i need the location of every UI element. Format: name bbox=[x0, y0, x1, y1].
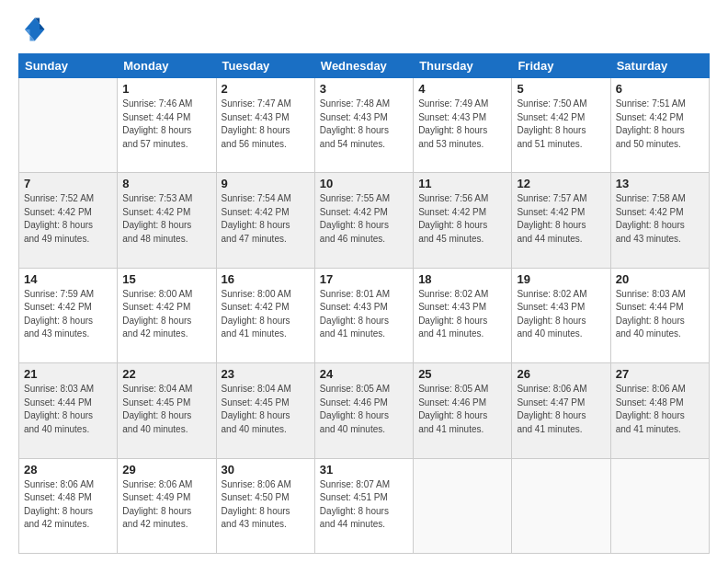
calendar-row: 7Sunrise: 7:52 AMSunset: 4:42 PMDaylight… bbox=[19, 173, 710, 268]
day-info: Sunrise: 7:55 AMSunset: 4:42 PMDaylight:… bbox=[320, 192, 408, 246]
calendar-cell: 25Sunrise: 8:05 AMSunset: 4:46 PMDayligh… bbox=[414, 363, 512, 458]
day-number: 17 bbox=[320, 272, 408, 286]
day-info: Sunrise: 7:47 AMSunset: 4:43 PMDaylight:… bbox=[222, 98, 310, 151]
calendar-cell: 31Sunrise: 8:07 AMSunset: 4:51 PMDayligh… bbox=[314, 458, 413, 553]
calendar-cell: 23Sunrise: 8:04 AMSunset: 4:45 PMDayligh… bbox=[216, 363, 314, 458]
day-info: Sunrise: 7:58 AMSunset: 4:42 PMDaylight:… bbox=[616, 192, 704, 246]
calendar-cell: 21Sunrise: 8:03 AMSunset: 4:44 PMDayligh… bbox=[19, 363, 118, 458]
calendar-header: SundayMondayTuesdayWednesdayThursdayFrid… bbox=[19, 54, 710, 78]
day-number: 31 bbox=[320, 463, 408, 477]
calendar-row: 14Sunrise: 7:59 AMSunset: 4:42 PMDayligh… bbox=[19, 268, 710, 362]
calendar-header-monday: Monday bbox=[118, 54, 216, 78]
day-info: Sunrise: 8:03 AMSunset: 4:44 PMDaylight:… bbox=[616, 288, 704, 341]
day-number: 28 bbox=[24, 463, 112, 477]
calendar-cell: 7Sunrise: 7:52 AMSunset: 4:42 PMDaylight… bbox=[19, 173, 118, 268]
day-info: Sunrise: 8:06 AMSunset: 4:50 PMDaylight:… bbox=[222, 478, 310, 532]
day-info: Sunrise: 8:06 AMSunset: 4:48 PMDaylight:… bbox=[24, 478, 112, 532]
calendar-cell: 16Sunrise: 8:00 AMSunset: 4:42 PMDayligh… bbox=[216, 268, 314, 362]
calendar-row: 28Sunrise: 8:06 AMSunset: 4:48 PMDayligh… bbox=[19, 458, 710, 553]
day-number: 10 bbox=[320, 177, 408, 190]
day-info: Sunrise: 8:00 AMSunset: 4:42 PMDaylight:… bbox=[222, 288, 310, 341]
day-number: 1 bbox=[122, 82, 210, 96]
calendar-cell: 9Sunrise: 7:54 AMSunset: 4:42 PMDaylight… bbox=[216, 173, 314, 268]
calendar-cell: 11Sunrise: 7:56 AMSunset: 4:42 PMDayligh… bbox=[414, 173, 512, 268]
day-number: 25 bbox=[418, 367, 506, 381]
day-info: Sunrise: 8:03 AMSunset: 4:44 PMDaylight:… bbox=[24, 383, 112, 436]
calendar-cell: 6Sunrise: 7:51 AMSunset: 4:42 PMDaylight… bbox=[610, 78, 709, 173]
calendar-cell: 8Sunrise: 7:53 AMSunset: 4:42 PMDaylight… bbox=[118, 173, 216, 268]
day-info: Sunrise: 8:02 AMSunset: 4:43 PMDaylight:… bbox=[517, 288, 605, 341]
calendar-cell: 13Sunrise: 7:58 AMSunset: 4:42 PMDayligh… bbox=[610, 173, 709, 268]
day-number: 21 bbox=[24, 367, 112, 381]
day-number: 16 bbox=[222, 272, 310, 286]
calendar-cell: 18Sunrise: 8:02 AMSunset: 4:43 PMDayligh… bbox=[414, 268, 512, 362]
calendar-table: SundayMondayTuesdayWednesdayThursdayFrid… bbox=[18, 53, 710, 554]
day-number: 15 bbox=[122, 272, 210, 286]
day-info: Sunrise: 7:54 AMSunset: 4:42 PMDaylight:… bbox=[222, 192, 310, 246]
logo-icon bbox=[18, 15, 48, 44]
calendar-header-wednesday: Wednesday bbox=[314, 54, 413, 78]
day-info: Sunrise: 7:52 AMSunset: 4:42 PMDaylight:… bbox=[24, 192, 112, 246]
calendar-cell: 10Sunrise: 7:55 AMSunset: 4:42 PMDayligh… bbox=[314, 173, 413, 268]
day-number: 9 bbox=[222, 177, 310, 190]
page: SundayMondayTuesdayWednesdayThursdayFrid… bbox=[0, 0, 728, 563]
day-info: Sunrise: 8:06 AMSunset: 4:49 PMDaylight:… bbox=[122, 478, 210, 532]
day-number: 22 bbox=[122, 367, 210, 381]
calendar-cell: 29Sunrise: 8:06 AMSunset: 4:49 PMDayligh… bbox=[118, 458, 216, 553]
header-row: SundayMondayTuesdayWednesdayThursdayFrid… bbox=[19, 54, 710, 78]
day-info: Sunrise: 8:01 AMSunset: 4:43 PMDaylight:… bbox=[320, 288, 408, 341]
day-info: Sunrise: 8:06 AMSunset: 4:48 PMDaylight:… bbox=[616, 383, 704, 436]
day-info: Sunrise: 8:04 AMSunset: 4:45 PMDaylight:… bbox=[122, 383, 210, 436]
calendar-cell: 19Sunrise: 8:02 AMSunset: 4:43 PMDayligh… bbox=[512, 268, 610, 362]
day-number: 11 bbox=[418, 177, 506, 190]
day-number: 23 bbox=[222, 367, 310, 381]
calendar-body: 1Sunrise: 7:46 AMSunset: 4:44 PMDaylight… bbox=[19, 78, 710, 554]
day-info: Sunrise: 7:59 AMSunset: 4:42 PMDaylight:… bbox=[24, 288, 112, 341]
calendar-cell: 26Sunrise: 8:06 AMSunset: 4:47 PMDayligh… bbox=[512, 363, 610, 458]
calendar-header-friday: Friday bbox=[512, 54, 610, 78]
day-info: Sunrise: 8:02 AMSunset: 4:43 PMDaylight:… bbox=[418, 288, 506, 341]
day-info: Sunrise: 7:57 AMSunset: 4:42 PMDaylight:… bbox=[517, 192, 605, 246]
day-info: Sunrise: 7:48 AMSunset: 4:43 PMDaylight:… bbox=[320, 98, 408, 151]
calendar-cell: 12Sunrise: 7:57 AMSunset: 4:42 PMDayligh… bbox=[512, 173, 610, 268]
day-info: Sunrise: 7:51 AMSunset: 4:42 PMDaylight:… bbox=[616, 98, 704, 151]
calendar-cell bbox=[512, 458, 610, 553]
calendar-cell: 28Sunrise: 8:06 AMSunset: 4:48 PMDayligh… bbox=[19, 458, 118, 553]
calendar-cell: 24Sunrise: 8:05 AMSunset: 4:46 PMDayligh… bbox=[314, 363, 413, 458]
calendar-cell: 14Sunrise: 7:59 AMSunset: 4:42 PMDayligh… bbox=[19, 268, 118, 362]
day-info: Sunrise: 8:00 AMSunset: 4:42 PMDaylight:… bbox=[122, 288, 210, 341]
calendar-row: 1Sunrise: 7:46 AMSunset: 4:44 PMDaylight… bbox=[19, 78, 710, 173]
calendar-header-sunday: Sunday bbox=[19, 54, 118, 78]
calendar-header-tuesday: Tuesday bbox=[216, 54, 314, 78]
calendar-cell: 15Sunrise: 8:00 AMSunset: 4:42 PMDayligh… bbox=[118, 268, 216, 362]
day-number: 2 bbox=[222, 82, 310, 96]
day-number: 19 bbox=[517, 272, 605, 286]
day-number: 5 bbox=[517, 82, 605, 96]
day-info: Sunrise: 8:06 AMSunset: 4:47 PMDaylight:… bbox=[517, 383, 605, 436]
day-info: Sunrise: 7:56 AMSunset: 4:42 PMDaylight:… bbox=[418, 192, 506, 246]
day-info: Sunrise: 8:05 AMSunset: 4:46 PMDaylight:… bbox=[418, 383, 506, 436]
calendar-cell: 4Sunrise: 7:49 AMSunset: 4:43 PMDaylight… bbox=[414, 78, 512, 173]
day-info: Sunrise: 7:53 AMSunset: 4:42 PMDaylight:… bbox=[122, 192, 210, 246]
calendar-cell: 30Sunrise: 8:06 AMSunset: 4:50 PMDayligh… bbox=[216, 458, 314, 553]
day-info: Sunrise: 7:49 AMSunset: 4:43 PMDaylight:… bbox=[418, 98, 506, 151]
day-number: 12 bbox=[517, 177, 605, 190]
calendar-header-saturday: Saturday bbox=[610, 54, 709, 78]
day-info: Sunrise: 7:50 AMSunset: 4:42 PMDaylight:… bbox=[517, 98, 605, 151]
calendar-cell: 22Sunrise: 8:04 AMSunset: 4:45 PMDayligh… bbox=[118, 363, 216, 458]
day-number: 8 bbox=[122, 177, 210, 190]
logo bbox=[18, 15, 51, 44]
calendar-cell: 27Sunrise: 8:06 AMSunset: 4:48 PMDayligh… bbox=[610, 363, 709, 458]
calendar-cell: 2Sunrise: 7:47 AMSunset: 4:43 PMDaylight… bbox=[216, 78, 314, 173]
calendar-cell: 1Sunrise: 7:46 AMSunset: 4:44 PMDaylight… bbox=[118, 78, 216, 173]
day-number: 29 bbox=[122, 463, 210, 477]
day-number: 24 bbox=[320, 367, 408, 381]
day-number: 3 bbox=[320, 82, 408, 96]
calendar-cell bbox=[414, 458, 512, 553]
day-number: 14 bbox=[24, 272, 112, 286]
day-number: 6 bbox=[616, 82, 704, 96]
calendar-cell bbox=[610, 458, 709, 553]
calendar-cell: 17Sunrise: 8:01 AMSunset: 4:43 PMDayligh… bbox=[314, 268, 413, 362]
calendar-row: 21Sunrise: 8:03 AMSunset: 4:44 PMDayligh… bbox=[19, 363, 710, 458]
calendar-cell: 5Sunrise: 7:50 AMSunset: 4:42 PMDaylight… bbox=[512, 78, 610, 173]
